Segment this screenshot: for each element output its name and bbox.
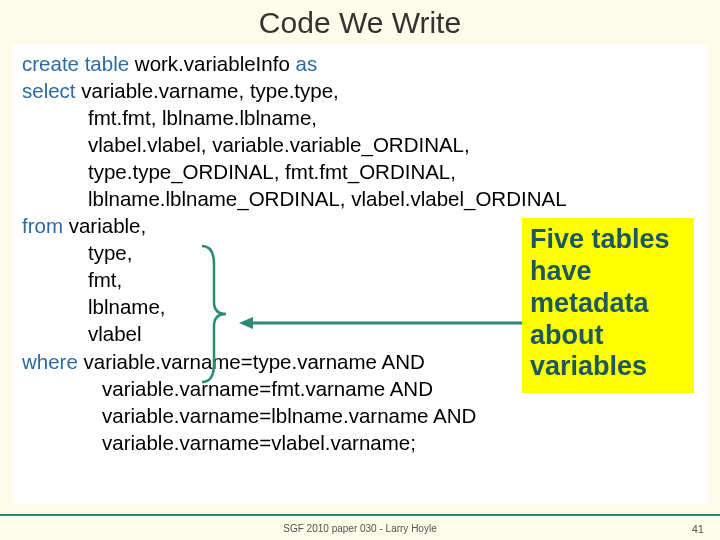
code-line: type.type_ORDINAL, fmt.fmt_ORDINAL, bbox=[22, 158, 698, 185]
footer-text: SGF 2010 paper 030 - Larry Hoyle bbox=[283, 523, 436, 534]
code-text: variable.varname, type.type, bbox=[81, 79, 339, 102]
code-line: lblname.lblname_ORDINAL, vlabel.vlabel_O… bbox=[22, 185, 698, 212]
keyword-where: where bbox=[22, 350, 84, 373]
code-text: variable, bbox=[69, 214, 147, 237]
code-line: variable.varname=vlabel.varname; bbox=[22, 429, 698, 456]
slide-title: Code We Write bbox=[0, 0, 720, 44]
page-number: 41 bbox=[692, 523, 704, 535]
code-line: variable.varname=lblname.varname AND bbox=[22, 402, 698, 429]
code-line: create table work.variableInfo as bbox=[22, 50, 698, 77]
footer-bar: SGF 2010 paper 030 - Larry Hoyle 41 bbox=[0, 514, 720, 540]
code-text: work.variableInfo bbox=[135, 52, 296, 75]
callout-box: Five tables have metadata about variable… bbox=[522, 218, 694, 393]
keyword-as: as bbox=[296, 52, 318, 75]
code-text: variable.varname=type.varname AND bbox=[84, 350, 425, 373]
keyword-create: create table bbox=[22, 52, 135, 75]
code-line: select variable.varname, type.type, bbox=[22, 77, 698, 104]
keyword-from: from bbox=[22, 214, 69, 237]
code-line: vlabel.vlabel, variable.variable_ORDINAL… bbox=[22, 131, 698, 158]
code-line: fmt.fmt, lblname.lblname, bbox=[22, 104, 698, 131]
content-area: create table work.variableInfo as select… bbox=[12, 44, 708, 504]
keyword-select: select bbox=[22, 79, 81, 102]
